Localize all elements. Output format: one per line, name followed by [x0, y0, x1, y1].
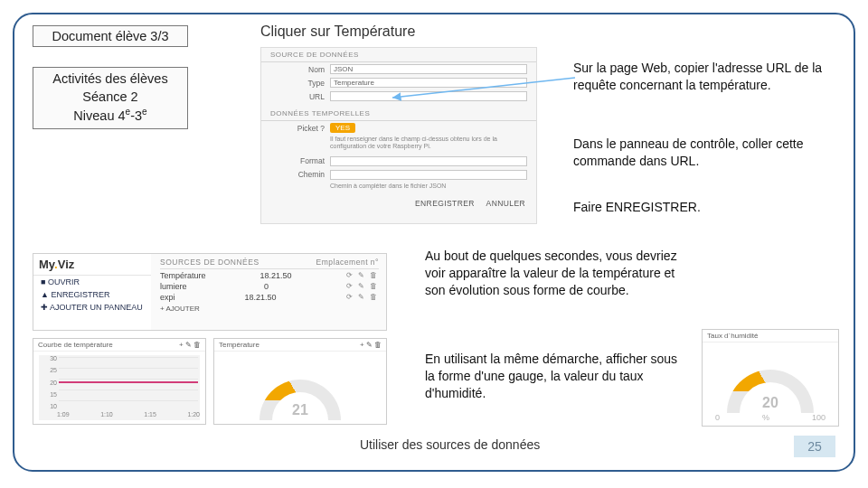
temp-chart-thumb: Courbe de température+ ✎ 🗑 3025201510 1:… — [33, 338, 206, 425]
field-url[interactable] — [330, 91, 527, 101]
gauge-value: 20 — [703, 395, 838, 411]
instruction-1: Sur la page Web, copier l'adresse URL de… — [573, 60, 835, 94]
data-source-row: Température18.21.50⟳ ✎ 🗑 — [160, 269, 379, 280]
myviz-save[interactable]: ▲ ENREGISTRER — [33, 288, 151, 301]
row-icons[interactable]: ⟳ ✎ 🗑 — [346, 293, 379, 302]
gauge-chart: 20 — [703, 357, 838, 413]
myviz-main: SOURCES DE DONNÉESEmplacement n° Tempéra… — [153, 254, 386, 330]
form-actions: ENREGISTRER ANNULER — [261, 199, 536, 208]
field-type[interactable]: Temperature — [330, 78, 527, 88]
gauge-chart: 21 — [214, 362, 386, 420]
instruction-5: En utilisant la même démarche, afficher … — [425, 351, 687, 402]
data-source-row: expi18.21.50⟳ ✎ 🗑 — [160, 291, 379, 302]
data-source-row: lumiere0⟳ ✎ 🗑 — [160, 280, 379, 291]
subtitle-line1: Activités des élèves — [41, 70, 180, 89]
form-help1: Il faut renseigner dans le champ ci-dess… — [261, 135, 536, 155]
thumb-icons[interactable]: + ✎ 🗑 — [179, 341, 201, 349]
label-type: Type — [270, 79, 325, 88]
gauge-scale: 0%100 — [715, 413, 826, 422]
thumb-title: Température — [219, 341, 259, 349]
subtitle-box: Activités des élèves Séance 2 Niveau 4e-… — [33, 67, 188, 129]
row-icons[interactable]: ⟳ ✎ 🗑 — [346, 271, 379, 280]
myviz-screenshot: My.Viz ■ OUVRIR ▲ ENREGISTRER ✚ AJOUTER … — [33, 253, 387, 331]
footer-title: Utiliser des sources de données — [360, 437, 540, 452]
line-chart: 3025201510 1:091:101:151:20 — [39, 355, 200, 420]
subtitle-line2: Séance 2 — [41, 89, 180, 107]
field-chemin[interactable] — [330, 170, 527, 180]
save-button[interactable]: ENREGISTRER — [415, 199, 475, 208]
label-url: URL — [270, 92, 325, 101]
row-icons[interactable]: ⟳ ✎ 🗑 — [346, 282, 379, 291]
subtitle-line3: Niveau 4e-3e — [41, 106, 180, 125]
field-format[interactable] — [330, 156, 527, 166]
myviz-add-panel[interactable]: ✚ AJOUTER UN PANNEAU — [33, 301, 151, 314]
myviz-open[interactable]: ■ OUVRIR — [33, 276, 151, 288]
instruction-2: Dans le panneau de contrôle, coller cett… — [573, 136, 835, 170]
thumb-title: Courbe de température — [38, 341, 113, 349]
form-help2: Chemin à compléter dans le fichier JSON — [261, 182, 536, 193]
label-chemin: Chemin — [270, 170, 325, 179]
field-nom[interactable]: JSON — [330, 64, 527, 74]
myviz-logo: My.Viz — [33, 254, 151, 276]
add-source-button[interactable]: + AJOUTER — [160, 305, 379, 313]
picket-yes-tag[interactable]: YES — [330, 123, 355, 133]
label-picket: Picket ? — [270, 124, 325, 133]
form-section-2: DONNÉES TEMPORELLES — [261, 107, 536, 121]
form-section-1: SOURCE DE DONNÉES — [261, 48, 536, 62]
thumb-icons[interactable]: + ✎ 🗑 — [360, 341, 382, 349]
doc-title: Document élève 3/3 — [33, 25, 188, 47]
temp-gauge-thumb: Température+ ✎ 🗑 21 — [213, 338, 387, 425]
cancel-button[interactable]: ANNULER — [486, 199, 525, 208]
step-heading: Cliquer sur Température — [260, 23, 415, 40]
label-nom: Nom — [270, 65, 325, 74]
instruction-3: Faire ENREGISTRER. — [573, 199, 835, 216]
myviz-hd: SOURCES DE DONNÉES — [160, 258, 259, 267]
label-format: Format — [270, 156, 325, 165]
myviz-sidebar: My.Viz ■ OUVRIR ▲ ENREGISTRER ✚ AJOUTER … — [33, 254, 151, 330]
instruction-4: Au bout de quelques secondes, vous devri… — [425, 248, 687, 299]
humidity-thumb: Taux d´humidité 20 0%100 — [702, 329, 839, 427]
myviz-hd2: Emplacement n° — [316, 258, 379, 267]
form-screenshot: SOURCE DE DONNÉES NomJSON TypeTemperatur… — [260, 47, 537, 224]
page-number: 25 — [794, 436, 835, 457]
gauge-value: 21 — [214, 402, 386, 418]
thumb-title: Taux d´humidité — [707, 332, 758, 340]
